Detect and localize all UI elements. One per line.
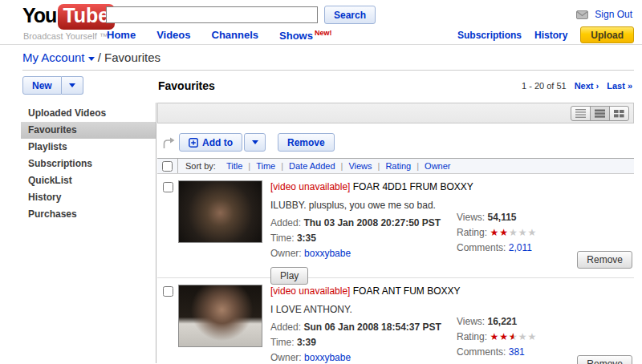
new-button-group: New <box>22 76 83 95</box>
breadcrumb: My Account / Favourites <box>22 45 634 71</box>
separator: | <box>341 161 343 171</box>
sort-row: Sort by: Title | Time | Date Added | Vie… <box>157 158 634 174</box>
view-toggle-group <box>571 106 629 121</box>
remove-video-button[interactable]: Remove <box>577 251 632 269</box>
nav-videos[interactable]: Videos <box>156 29 190 42</box>
unavailable-label: [video unavailable] <box>270 285 350 297</box>
video-stats: Views: 16,221 Rating: ★★★★★★ Comments: 3… <box>457 283 589 364</box>
video-stats: Views: 54,115 Rating: ★★★★★ Comments: 2,… <box>457 179 589 277</box>
sidebar: Uploaded Videos Favourites Playlists Sub… <box>0 103 156 363</box>
list-detail-icon <box>575 109 586 118</box>
main-nav: Home Videos Channels ShowsNew! <box>107 29 331 42</box>
nav-channels[interactable]: Channels <box>212 29 259 42</box>
video-thumbnail[interactable] <box>178 180 262 243</box>
add-to-dropdown-button[interactable] <box>244 133 266 152</box>
new-button[interactable]: New <box>22 76 62 95</box>
unavailable-label: [video unavailable] <box>270 181 350 192</box>
account-links: Subscriptions History Upload <box>457 26 634 43</box>
youtube-logo[interactable]: YouTube <box>22 4 115 30</box>
video-info: [video unavailable] FOAR 4DD1 FRUM BOXXY… <box>270 179 457 277</box>
search-button[interactable]: Search <box>324 6 376 24</box>
sidebar-item-purchases[interactable]: Purchases <box>21 206 156 223</box>
sidebar-item-playlists[interactable]: Playlists <box>21 139 156 156</box>
row-checkbox-cell <box>157 283 178 364</box>
logo-tagline: Broadcast Yourself ™ <box>23 31 108 41</box>
sidebar-item-quicklist[interactable]: QuickList <box>21 172 156 189</box>
sort-views-link[interactable]: Views <box>348 161 372 171</box>
new-badge: New! <box>315 29 332 37</box>
video-title[interactable]: [video unavailable] FOAR 4DD1 FRUM BOXXY <box>270 181 457 192</box>
video-info: [video unavailable] FOAR ANT FUM BOXXY I… <box>270 283 457 364</box>
video-thumbnail[interactable] <box>178 285 262 347</box>
remove-selected-button[interactable]: Remove <box>278 133 335 152</box>
plus-box-icon <box>189 138 198 148</box>
logo-you: You <box>22 4 56 26</box>
owner-line: Owner: boxxybabe <box>270 352 457 363</box>
sort-title-link[interactable]: Title <box>226 161 242 171</box>
owner-link[interactable]: boxxybabe <box>304 248 351 259</box>
content-area: Add to Remove Sort by: Title | Time | Da… <box>157 103 634 363</box>
add-to-button[interactable]: Add to <box>179 133 242 152</box>
remove-video-button[interactable]: Remove <box>577 355 632 364</box>
upload-button[interactable]: Upload <box>580 26 634 43</box>
separator: | <box>248 161 250 171</box>
actions-toolbar: Add to Remove <box>157 133 634 152</box>
comments-line: Comments: 381 <box>457 346 589 358</box>
signout-area: Sign Out <box>576 9 632 20</box>
select-all-cell <box>157 159 178 173</box>
grid-view-button[interactable] <box>609 106 629 121</box>
sidebar-list: Uploaded Videos Favourites Playlists Sub… <box>21 105 156 223</box>
grid-icon <box>614 109 624 118</box>
pagination: 1 - 20 of 51 Next › Last » <box>522 81 632 91</box>
video-row: [video unavailable] FOAR 4DD1 FRUM BOXXY… <box>157 174 634 278</box>
subscriptions-link[interactable]: Subscriptions <box>457 30 522 41</box>
sort-owner-link[interactable]: Owner <box>425 161 450 171</box>
select-all-checkbox[interactable] <box>162 161 173 172</box>
sidebar-item-uploaded-videos[interactable]: Uploaded Videos <box>21 105 156 122</box>
rating-line: Rating: ★★★★★★ <box>457 331 589 342</box>
owner-line: Owner: boxxybabe <box>270 248 457 259</box>
list-compact-view-button[interactable] <box>590 106 610 121</box>
video-checkbox[interactable] <box>163 286 173 297</box>
rating-line: Rating: ★★★★★ <box>457 227 589 238</box>
video-checkbox[interactable] <box>163 182 173 192</box>
curved-arrow-icon <box>161 136 176 149</box>
video-title[interactable]: [video unavailable] FOAR ANT FUM BOXXY <box>270 285 457 297</box>
sidebar-item-subscriptions[interactable]: Subscriptions <box>21 156 156 172</box>
sidebar-item-favourites[interactable]: Favourites <box>21 122 156 139</box>
sort-time-link[interactable]: Time <box>256 161 275 171</box>
sign-out-link[interactable]: Sign Out <box>595 9 632 20</box>
search-input[interactable] <box>106 6 318 23</box>
added-line: Added: Thu 03 Jan 2008 20:27:50 PST <box>270 217 457 229</box>
row-checkbox-cell <box>157 179 178 277</box>
rating-stars: ★★★★★ <box>490 227 537 238</box>
sort-rating-link[interactable]: Rating <box>385 161 411 171</box>
page-body: Uploaded Videos Favourites Playlists Sub… <box>0 103 642 363</box>
video-row: [video unavailable] FOAR ANT FUM BOXXY I… <box>157 278 634 364</box>
pagination-last[interactable]: Last » <box>607 81 632 91</box>
breadcrumb-separator: / <box>98 51 101 64</box>
nav-shows[interactable]: ShowsNew! <box>279 29 331 42</box>
comments-link[interactable]: 2,011 <box>509 242 532 253</box>
pagination-next[interactable]: Next › <box>575 81 599 91</box>
sidebar-item-history[interactable]: History <box>21 189 156 206</box>
views-line: Views: 54,115 <box>457 212 589 223</box>
chevron-down-icon[interactable] <box>88 57 95 61</box>
history-link[interactable]: History <box>534 30 567 41</box>
rating-stars: ★★★★★★ <box>490 331 537 342</box>
title-bar: New Favourites 1 - 20 of 51 Next › Last … <box>0 71 642 103</box>
owner-link[interactable]: boxxybabe <box>304 352 351 363</box>
envelope-icon[interactable] <box>576 10 588 19</box>
youtube-account-page: YouTube Broadcast Yourself ™ Search Sign… <box>0 0 642 364</box>
page-title: Favourites <box>158 79 215 92</box>
sort-date-added-link[interactable]: Date Added <box>289 161 335 171</box>
breadcrumb-my-account[interactable]: My Account <box>22 51 85 64</box>
nav-home[interactable]: Home <box>107 29 136 42</box>
list-compact-icon <box>595 109 605 118</box>
list-detail-view-button[interactable] <box>571 106 591 121</box>
comments-link[interactable]: 381 <box>509 346 525 358</box>
new-dropdown-button[interactable] <box>62 76 83 95</box>
chevron-down-icon <box>69 83 75 87</box>
video-description: I LOVE ANTHONY. <box>270 304 457 315</box>
views-line: Views: 16,221 <box>457 316 589 327</box>
